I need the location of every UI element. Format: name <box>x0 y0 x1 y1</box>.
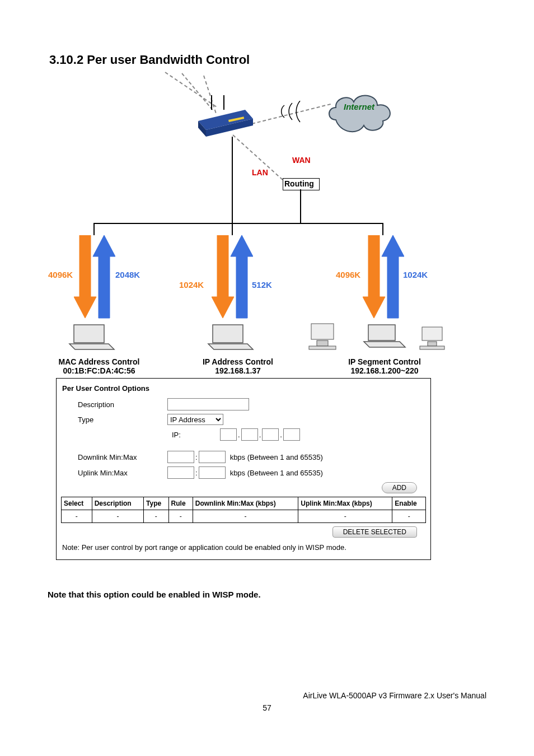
svg-rect-4 <box>317 340 328 346</box>
desktop-icon <box>419 326 450 356</box>
footer-manual: AirLive WLA-5000AP v3 Firmware 2.x User'… <box>303 691 486 700</box>
description-label: Description <box>78 400 167 409</box>
add-button[interactable]: ADD <box>382 482 417 493</box>
ip-octet-1[interactable] <box>220 428 237 441</box>
ctrl3-title: IP Segment Control <box>335 357 434 366</box>
per-user-options-panel: Per User Control Options Description Typ… <box>56 378 431 560</box>
col-type: Type <box>144 497 169 510</box>
rules-table: Select Description Type Rule Downlink Mi… <box>61 497 426 523</box>
down-bw-1: 4096K <box>48 270 73 279</box>
downlink-label: Downlink Min:Max <box>78 453 167 461</box>
svg-rect-3 <box>311 324 334 339</box>
uplink-range-hint: kbps (Between 1 and 65535) <box>230 469 323 477</box>
laptop-icon <box>362 321 406 354</box>
delete-selected-button[interactable]: DELETE SELECTED <box>332 526 417 538</box>
wan-label: WAN <box>292 156 311 165</box>
uplink-min-input[interactable] <box>167 466 194 479</box>
uplink-label: Uplink Min:Max <box>78 469 167 477</box>
internet-cloud-icon: Internet <box>325 90 397 140</box>
ctrl-block-1: MAC Address Control 00:1B:FC:DA:4C:56 <box>49 357 149 375</box>
ip-label: IP: <box>172 431 220 439</box>
ctrl1-value: 00:1B:FC:DA:4C:56 <box>49 366 149 375</box>
signal-icon <box>280 101 313 129</box>
col-uplink: Uplink Min:Max (kbps) <box>298 497 392 510</box>
ctrl2-value: 192.168.1.37 <box>188 366 288 375</box>
vline <box>382 223 383 235</box>
lan-label: LAN <box>252 168 268 177</box>
downlink-min-input[interactable] <box>167 451 194 463</box>
up-bw-1: 2048K <box>115 270 140 279</box>
ctrl2-title: IP Address Control <box>188 357 288 366</box>
downlink-range-hint: kbps (Between 1 and 65535) <box>230 453 323 461</box>
laptop-icon <box>206 321 256 356</box>
page-number: 57 <box>0 703 534 712</box>
panel-title: Per User Control Options <box>62 384 426 393</box>
ctrl-block-2: IP Address Control 192.168.1.37 <box>188 357 288 375</box>
vline <box>300 189 301 224</box>
vline <box>232 223 233 235</box>
vline <box>232 176 233 223</box>
col-downlink: Downlink Min:Max (kbps) <box>193 497 298 510</box>
svg-rect-5 <box>309 346 336 349</box>
col-rule: Rule <box>168 497 193 510</box>
desktop-icon <box>307 321 341 354</box>
page-note: Note that this option could be enabled i… <box>48 590 261 599</box>
description-input[interactable] <box>167 398 249 410</box>
ctrl3-value: 192.168.1.200~220 <box>335 366 434 375</box>
arrow-pair-3 <box>363 235 404 321</box>
section-heading: 3.10.2 Per user Bandwidth Control <box>49 53 250 67</box>
svg-rect-7 <box>428 342 437 346</box>
svg-rect-8 <box>420 346 444 349</box>
panel-note: Note: Per user control by port range or … <box>62 543 426 552</box>
laptop-icon <box>67 321 118 356</box>
ip-octet-2[interactable] <box>241 428 258 441</box>
svg-rect-6 <box>422 327 442 340</box>
internet-label: Internet <box>344 102 374 111</box>
router-icon <box>195 95 256 141</box>
ctrl-block-3: IP Segment Control 192.168.1.200~220 <box>335 357 434 375</box>
hline <box>93 223 382 224</box>
table-row: - - - - - - - <box>62 510 426 523</box>
col-select: Select <box>62 497 92 510</box>
type-label: Type <box>78 416 167 424</box>
ip-octet-4[interactable] <box>283 428 300 441</box>
arrow-pair-1 <box>74 235 115 321</box>
up-bw-3: 1024K <box>403 270 428 279</box>
col-enable: Enable <box>392 497 426 510</box>
down-bw-3: 4096K <box>336 270 360 279</box>
vline <box>232 137 233 176</box>
routing-label: Routing <box>284 179 314 188</box>
up-bw-2: 512K <box>252 280 272 290</box>
down-bw-2: 1024K <box>179 280 204 290</box>
uplink-max-input[interactable] <box>199 466 226 479</box>
ctrl1-title: MAC Address Control <box>49 357 149 366</box>
arrow-pair-2 <box>212 235 253 321</box>
col-description: Description <box>92 497 143 510</box>
downlink-max-input[interactable] <box>199 451 226 463</box>
ip-octet-3[interactable] <box>262 428 279 441</box>
type-select[interactable]: IP Address <box>167 414 223 425</box>
vline <box>93 223 95 235</box>
